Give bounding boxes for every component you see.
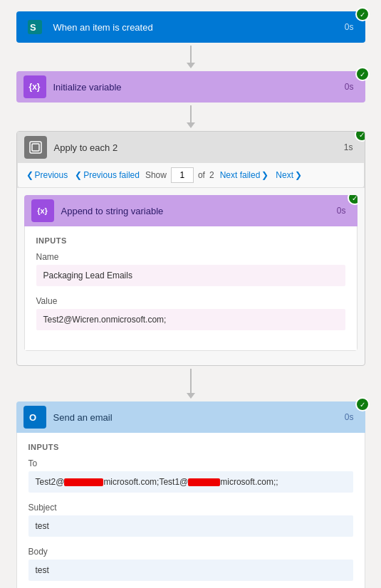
connector-line-3 bbox=[190, 369, 192, 393]
chevron-left-failed-icon: ❮ bbox=[75, 170, 82, 180]
of-label: of bbox=[198, 170, 205, 180]
previous-failed-button[interactable]: ❮ Previous failed bbox=[73, 170, 141, 180]
chevron-right-failed-icon: ❯ bbox=[261, 170, 268, 180]
step-init-variable-duration: 0s bbox=[345, 82, 354, 92]
email-body-label: Body bbox=[28, 547, 353, 557]
step-append-variable: {x} Append to string variable 0s ✓ INPUT… bbox=[24, 195, 357, 351]
connector-3 bbox=[187, 366, 195, 401]
append-name-label: Name bbox=[36, 252, 345, 262]
variable-icon: {x} bbox=[24, 75, 46, 98]
step-sharepoint-title: When an item is created bbox=[53, 22, 345, 33]
connector-line-1 bbox=[190, 46, 192, 63]
step-append-variable-title: Append to string variable bbox=[61, 206, 337, 216]
email-subject-value: test bbox=[28, 515, 353, 537]
svg-text:O: O bbox=[29, 412, 36, 423]
email-to-text3: microsoft.com;; bbox=[220, 477, 278, 487]
email-inputs-label: INPUTS bbox=[28, 443, 353, 451]
email-to-value: Test2@microsoft.com;Test1@microsoft.com;… bbox=[28, 471, 353, 493]
step-append-variable-header[interactable]: {x} Append to string variable 0s ✓ bbox=[24, 195, 357, 226]
append-field-value: Value Test2@Wicren.onmicrosoft.com; bbox=[36, 296, 345, 330]
next-button[interactable]: Next ❯ bbox=[274, 170, 303, 180]
append-value-value: Test2@Wicren.onmicrosoft.com; bbox=[36, 309, 345, 330]
connector-arrow-1 bbox=[187, 63, 195, 68]
previous-label: Previous bbox=[35, 170, 68, 180]
connector-line-2 bbox=[190, 105, 192, 122]
email-field-body: Body test bbox=[28, 547, 353, 581]
email-to-text2: microsoft.com;Test1@ bbox=[103, 477, 188, 487]
show-label: Show bbox=[145, 170, 167, 180]
connector-1 bbox=[187, 43, 195, 71]
email-to-label: To bbox=[28, 458, 353, 468]
apply-each-bottom-padding bbox=[17, 358, 365, 365]
previous-failed-label: Previous failed bbox=[83, 170, 140, 180]
page-number-input[interactable] bbox=[171, 167, 194, 183]
step-apply-each: Apply to each 2 1s ✓ ❮ Previous ❮ Previo… bbox=[16, 131, 365, 366]
next-failed-button[interactable]: Next failed ❯ bbox=[219, 170, 271, 180]
step-send-email-title: Send an email bbox=[53, 412, 345, 423]
step-init-variable-check: ✓ bbox=[355, 67, 370, 81]
step-init-variable-header[interactable]: {x} Initialize variable 0s ✓ bbox=[16, 71, 365, 103]
email-subject-label: Subject bbox=[28, 503, 353, 513]
connector-arrow-3 bbox=[187, 393, 195, 399]
email-field-to: To Test2@microsoft.com;Test1@microsoft.c… bbox=[28, 458, 353, 493]
connector-2 bbox=[187, 103, 195, 131]
step-send-email: O Send an email 0s ✓ INPUTS To Test2@mic… bbox=[16, 401, 365, 588]
step-init-variable-title: Initialize variable bbox=[53, 82, 345, 93]
total-pages: 2 bbox=[209, 170, 214, 180]
email-body-value: test bbox=[28, 560, 353, 581]
email-field-subject: Subject test bbox=[28, 503, 353, 537]
apply-each-header: Apply to each 2 1s ✓ ❮ Previous ❮ Previo… bbox=[17, 132, 365, 188]
svg-text:S: S bbox=[30, 22, 36, 33]
step-send-email-check: ✓ bbox=[355, 397, 370, 411]
append-value-label: Value bbox=[36, 296, 345, 306]
next-failed-label: Next failed bbox=[220, 170, 261, 180]
append-variable-icon: {x} bbox=[31, 199, 54, 222]
step-init-variable: {x} Initialize variable 0s ✓ bbox=[16, 71, 365, 103]
apply-each-icon bbox=[24, 136, 47, 159]
svg-rect-3 bbox=[32, 144, 39, 151]
apply-each-check: ✓ bbox=[355, 131, 365, 142]
apply-each-duration: 1s bbox=[344, 142, 353, 152]
flow-container: S When an item is created 0s ✓ {x} Initi… bbox=[0, 0, 381, 588]
next-label: Next bbox=[276, 170, 293, 180]
email-to-text1: Test2@ bbox=[36, 477, 65, 487]
step-sharepoint: S When an item is created 0s ✓ bbox=[16, 11, 365, 43]
connector-arrow-2 bbox=[187, 122, 195, 128]
apply-each-header-inner[interactable]: Apply to each 2 1s ✓ bbox=[17, 132, 365, 163]
redacted-1 bbox=[64, 478, 103, 486]
redacted-2 bbox=[188, 478, 220, 486]
step-append-variable-check: ✓ bbox=[348, 195, 357, 205]
apply-each-title: Apply to each 2 bbox=[54, 142, 344, 153]
sharepoint-icon: S bbox=[24, 16, 46, 38]
step-sharepoint-check: ✓ bbox=[355, 7, 370, 21]
step-send-email-header[interactable]: O Send an email 0s ✓ bbox=[16, 401, 365, 433]
step-append-variable-duration: 0s bbox=[337, 206, 346, 216]
step-sharepoint-duration: 0s bbox=[345, 22, 354, 32]
append-field-name: Name Packaging Lead Emails bbox=[36, 252, 345, 286]
append-variable-inputs: INPUTS Name Packaging Lead Emails Value … bbox=[24, 226, 357, 351]
append-name-value: Packaging Lead Emails bbox=[36, 265, 345, 286]
append-inputs-label: INPUTS bbox=[36, 236, 345, 245]
step-sharepoint-header[interactable]: S When an item is created 0s ✓ bbox=[16, 11, 365, 43]
chevron-right-icon: ❯ bbox=[295, 170, 302, 180]
chevron-left-icon: ❮ bbox=[26, 170, 33, 180]
step-send-email-duration: 0s bbox=[345, 412, 354, 422]
outlook-icon: O bbox=[24, 406, 46, 429]
previous-button[interactable]: ❮ Previous bbox=[25, 170, 70, 180]
pagination-bar: ❮ Previous ❮ Previous failed Show of 2 N… bbox=[17, 163, 365, 188]
send-email-inputs: INPUTS To Test2@microsoft.com;Test1@micr… bbox=[16, 433, 365, 588]
